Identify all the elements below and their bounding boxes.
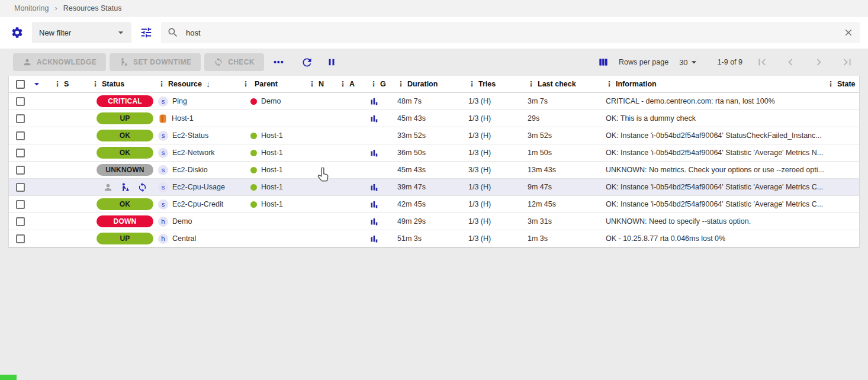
graph-icon[interactable] [370, 114, 378, 123]
row-checkbox[interactable] [16, 114, 25, 123]
resource-cell[interactable]: sEc2-Diskio [158, 165, 242, 175]
filter-select-value: New filter [39, 28, 71, 37]
column-header-s[interactable]: ⋮S [54, 80, 92, 88]
column-header-n[interactable]: ⋮N [308, 80, 339, 88]
table-row[interactable]: UNKNOWNsEc2-DiskioHost-145m 43s3/3 (H)13… [9, 162, 859, 179]
row-checkbox[interactable] [16, 200, 25, 209]
row-checkbox[interactable] [16, 217, 25, 226]
sync-icon [137, 182, 147, 192]
table-row[interactable]: sEc2-Cpu-UsageHost-139m 47s1/3 (H)9m 47s… [9, 179, 859, 196]
graph-icon[interactable] [370, 234, 378, 243]
pause-icon[interactable] [326, 57, 337, 67]
resource-cell[interactable]: hCentral [158, 234, 242, 244]
settings-gear-icon[interactable] [8, 26, 26, 39]
set-downtime-button[interactable]: SET DOWNTIME [110, 53, 201, 71]
information-cell: OK: Instance 'i-0b54bd2f54af90064' Statu… [606, 131, 827, 140]
parent-status-dot [250, 133, 257, 139]
advanced-filters-tune-icon[interactable] [137, 26, 155, 39]
resource-cell[interactable]: sPing [158, 96, 242, 107]
row-checkbox[interactable] [16, 234, 25, 243]
row-checkbox[interactable] [16, 131, 25, 140]
resource-cell[interactable]: Host-1 [158, 114, 242, 124]
filter-select[interactable]: New filter [32, 22, 131, 43]
drag-handle-icon: ⋮ [370, 80, 377, 88]
select-all-dropdown-icon[interactable] [31, 78, 43, 90]
parent-name: Demo [261, 97, 281, 105]
rows-per-page-select[interactable]: 30 [679, 56, 699, 68]
column-header-tries[interactable]: ⋮Tries [468, 80, 528, 88]
parent-status-dot [250, 98, 257, 105]
tries-cell: 1/3 (H) [468, 234, 528, 243]
status-cell: UNKNOWN [92, 164, 158, 176]
column-header-g[interactable]: ⋮G [370, 80, 397, 88]
table-row[interactable]: OKsEc2-Cpu-CreditHost-142m 45s1/3 (H)12m… [9, 196, 859, 213]
graph-icon[interactable] [370, 217, 378, 226]
information-cell: OK: Instance 'i-0b54bd2f54af90064' Stati… [606, 149, 827, 157]
column-header-status[interactable]: ⋮Status [92, 80, 158, 88]
resource-cell[interactable]: sEc2-Status [158, 131, 242, 141]
table-row[interactable]: UPhCentral51m 3s1/3 (H)1m 3sOK - 10.25.8… [9, 230, 859, 247]
sort-desc-icon: ↓ [206, 79, 210, 89]
column-header-duration[interactable]: ⋮Duration [397, 80, 468, 88]
drag-handle-icon: ⋮ [528, 80, 535, 88]
first-page-icon[interactable] [756, 56, 769, 69]
drag-handle-icon: ⋮ [827, 80, 834, 88]
drag-handle-icon: ⋮ [54, 80, 61, 88]
acknowledge-button[interactable]: ACKNOWLEDGE [13, 53, 106, 71]
refresh-icon[interactable] [301, 56, 313, 69]
more-actions-icon[interactable]: ••• [274, 57, 284, 67]
table-row[interactable]: OKsEc2-NetworkHost-136m 50s1/3 (H)1m 50s… [9, 144, 859, 162]
rows-per-page-label: Rows per page [619, 58, 668, 66]
table-row[interactable]: CRITICALsPingDemo48m 7s1/3 (H)3m 7sCRITI… [9, 93, 859, 110]
duration-cell: 51m 3s [397, 234, 468, 243]
table-row[interactable]: UPHost-145m 43s1/3 (H)29sOK: This is a d… [9, 110, 859, 127]
graph-icon[interactable] [370, 149, 378, 157]
graph-cell [370, 234, 397, 243]
graph-icon[interactable] [370, 183, 378, 191]
search-input[interactable] [186, 28, 836, 37]
next-page-icon[interactable] [812, 56, 825, 69]
resource-cell[interactable]: sEc2-Cpu-Usage [158, 182, 242, 192]
last-page-icon[interactable] [841, 56, 854, 69]
column-header-state[interactable]: ⋮State [827, 80, 859, 88]
resource-name: Ec2-Cpu-Credit [172, 200, 223, 208]
graph-icon[interactable] [370, 97, 378, 105]
resource-cell[interactable]: sEc2-Network [158, 148, 242, 158]
resource-cell[interactable]: hDemo [158, 217, 242, 227]
last-check-cell: 3m 52s [528, 131, 606, 140]
graph-cell [370, 200, 397, 208]
clear-search-icon[interactable] [843, 27, 854, 38]
person-icon [22, 57, 32, 67]
resource-name: Demo [172, 217, 192, 226]
resource-name: Ec2-Cpu-Usage [172, 183, 225, 191]
breadcrumb-monitoring[interactable]: Monitoring [14, 4, 49, 12]
column-header-last-check[interactable]: ⋮Last check [528, 80, 606, 88]
column-header-resource[interactable]: ⋮Resource↓ [158, 79, 242, 89]
parent-name: Host-1 [261, 149, 283, 157]
last-check-cell: 1m 50s [528, 149, 606, 157]
column-header-information[interactable]: ⋮Information [606, 80, 827, 88]
status-chip: OK [97, 147, 153, 159]
row-checkbox[interactable] [16, 183, 25, 192]
select-all-checkbox[interactable] [16, 80, 25, 89]
status-chip: CRITICAL [97, 95, 153, 107]
graph-cell [370, 97, 397, 105]
tries-cell: 1/3 (H) [468, 200, 528, 208]
graph-icon[interactable] [370, 200, 378, 208]
resource-name: Central [172, 234, 196, 243]
row-checkbox[interactable] [16, 149, 25, 157]
edit-columns-icon[interactable] [597, 56, 609, 68]
column-header-parent[interactable]: ⋮Parent [242, 80, 308, 88]
check-button[interactable]: CHECK [204, 53, 264, 71]
row-checkbox[interactable] [16, 97, 25, 106]
previous-page-icon[interactable] [784, 56, 797, 69]
breadcrumb-resources-status[interactable]: Resources Status [63, 4, 122, 12]
table-row[interactable]: DOWNhDemo49m 29s1/3 (H)3m 31sUNKNOWN: Ne… [9, 213, 859, 230]
resource-cell[interactable]: sEc2-Cpu-Credit [158, 199, 242, 210]
table-row[interactable]: OKsEc2-StatusHost-133m 52s1/3 (H)3m 52sO… [9, 127, 859, 144]
row-checkbox[interactable] [16, 166, 25, 175]
filter-row: New filter [0, 17, 868, 49]
parent-cell: Host-1 [242, 183, 308, 191]
chevron-down-icon [688, 56, 700, 68]
column-header-a[interactable]: ⋮A [339, 80, 370, 88]
